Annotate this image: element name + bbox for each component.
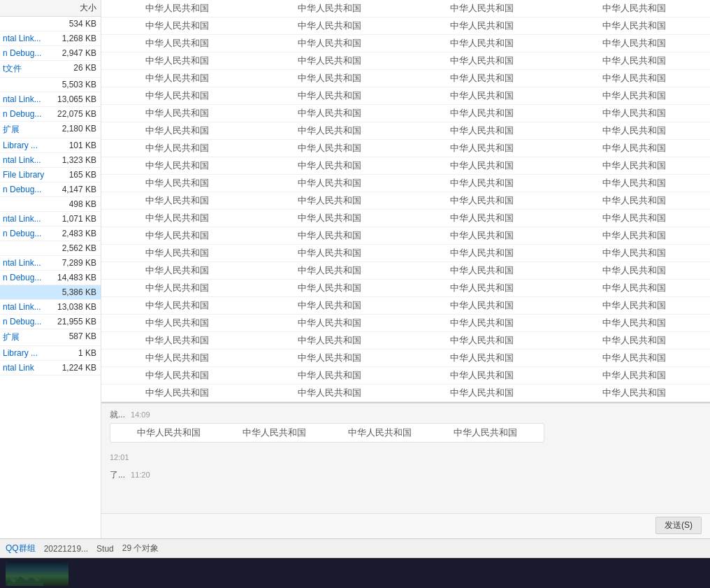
file-name: 扩展 [3, 124, 20, 136]
table-row[interactable]: 中华人民共和国中华人民共和国中华人民共和国中华人民共和国 [101, 17, 710, 35]
file-name: ntal Link... [3, 94, 41, 104]
file-size: 2,180 KB [62, 124, 96, 136]
file-size: 4,147 KB [62, 185, 96, 194]
table-row[interactable]: 中华人民共和国中华人民共和国中华人民共和国中华人民共和国 [101, 227, 710, 245]
file-size: 13,065 KB [57, 94, 96, 104]
table-rows-container: 中华人民共和国中华人民共和国中华人民共和国中华人民共和国中华人民共和国中华人民共… [101, 0, 710, 402]
table-cell: 中华人民共和国 [406, 105, 558, 122]
file-row[interactable]: 扩展2,180 KB [0, 122, 101, 138]
table-area[interactable]: 中华人民共和国中华人民共和国中华人民共和国中华人民共和国中华人民共和国中华人民共… [101, 0, 710, 402]
file-row[interactable]: ntal Link...1,268 KB [0, 31, 101, 46]
table-row[interactable]: 中华人民共和国中华人民共和国中华人民共和国中华人民共和国 [101, 297, 710, 315]
file-row[interactable]: 498 KB [0, 197, 101, 212]
table-row[interactable]: 中华人民共和国中华人民共和国中华人民共和国中华人民共和国 [101, 122, 710, 140]
file-row[interactable]: n Debug...2,947 KB [0, 46, 101, 61]
table-cell: 中华人民共和国 [101, 280, 254, 296]
table-cell: 中华人民共和国 [406, 87, 558, 104]
table-row[interactable]: 中华人民共和国中华人民共和国中华人民共和国中华人民共和国 [101, 35, 710, 52]
table-cell: 中华人民共和国 [254, 245, 406, 261]
table-cell: 中华人民共和国 [101, 52, 254, 69]
file-row[interactable]: n Debug...2,483 KB [0, 227, 101, 241]
file-size: 22,075 KB [57, 109, 96, 119]
table-row[interactable]: 中华人民共和国中华人民共和国中华人民共和国中华人民共和国 [101, 280, 710, 297]
table-row[interactable]: 中华人民共和国中华人民共和国中华人民共和国中华人民共和国 [101, 70, 710, 87]
file-row[interactable]: 5,503 KB [0, 78, 101, 92]
table-cell: 中华人民共和国 [406, 245, 558, 261]
file-row[interactable]: t文件26 KB [0, 61, 101, 78]
table-row[interactable]: 中华人民共和国中华人民共和国中华人民共和国中华人民共和国 [101, 367, 710, 385]
file-row[interactable]: n Debug...22,075 KB [0, 107, 101, 122]
table-row[interactable]: 中华人民共和国中华人民共和国中华人民共和国中华人民共和国 [101, 192, 710, 210]
file-size: 587 KB [69, 331, 96, 343]
table-cell: 中华人民共和国 [558, 385, 710, 401]
table-row[interactable]: 中华人民共和国中华人民共和国中华人民共和国中华人民共和国 [101, 87, 710, 105]
file-size: 26 KB [73, 63, 96, 75]
table-cell: 中华人民共和国 [406, 52, 558, 69]
file-size: 1,224 KB [62, 363, 96, 373]
status-bar: QQ群组 20221219... Stud 29 个对象 [0, 538, 710, 558]
file-row[interactable]: 5,386 KB [0, 285, 101, 300]
file-row[interactable]: ntal Link1,224 KB [0, 361, 101, 375]
table-cell: 中华人民共和国 [558, 227, 710, 244]
table-row[interactable]: 中华人民共和国中华人民共和国中华人民共和国中华人民共和国 [101, 262, 710, 280]
table-cell: 中华人民共和国 [101, 315, 254, 331]
table-row[interactable]: 中华人民共和国中华人民共和国中华人民共和国中华人民共和国 [101, 105, 710, 122]
file-row[interactable]: ntal Link...13,065 KB [0, 92, 101, 107]
taskbar [0, 558, 710, 588]
file-row[interactable]: n Debug...21,955 KB [0, 315, 101, 329]
file-row[interactable]: 534 KB [0, 17, 101, 31]
table-row[interactable]: 中华人民共和国中华人民共和国中华人民共和国中华人民共和国 [101, 350, 710, 367]
table-cell: 中华人民共和国 [254, 35, 406, 52]
table-row[interactable]: 中华人民共和国中华人民共和国中华人民共和国中华人民共和国 [101, 175, 710, 192]
file-row[interactable]: File Library165 KB [0, 168, 101, 182]
table-cell: 中华人民共和国 [254, 280, 406, 296]
msg-cell-1-2: 中华人民共和国 [222, 426, 327, 439]
file-row[interactable]: ntal Link...1,071 KB [0, 212, 101, 227]
file-row[interactable]: ntal Link...7,289 KB [0, 256, 101, 271]
chat-area: 就... 14:09 中华人民共和国 中华人民共和国 中华人民共和国 中华人民共… [101, 402, 710, 538]
file-row[interactable]: n Debug...14,483 KB [0, 271, 101, 285]
send-button[interactable]: 发送(S) [655, 517, 702, 534]
table-cell: 中华人民共和国 [254, 175, 406, 192]
table-row[interactable]: 中华人民共和国中华人民共和国中华人民共和国中华人民共和国 [101, 0, 710, 17]
table-row[interactable]: 中华人民共和国中华人民共和国中华人民共和国中华人民共和国 [101, 140, 710, 157]
table-row[interactable]: 中华人民共和国中华人民共和国中华人民共和国中华人民共和国 [101, 332, 710, 350]
table-cell: 中华人民共和国 [101, 245, 254, 261]
file-row[interactable]: Library ...1 KB [0, 346, 101, 361]
table-cell: 中华人民共和国 [101, 122, 254, 139]
table-cell: 中华人民共和国 [558, 350, 710, 366]
table-row[interactable]: 中华人民共和国中华人民共和国中华人民共和国中华人民共和国 [101, 210, 710, 227]
table-cell: 中华人民共和国 [558, 70, 710, 87]
table-cell: 中华人民共和国 [101, 35, 254, 52]
table-cell: 中华人民共和国 [254, 52, 406, 69]
file-row[interactable]: ntal Link...13,038 KB [0, 300, 101, 315]
taskbar-thumbnail[interactable] [6, 561, 68, 586]
file-row[interactable]: 2,562 KB [0, 241, 101, 256]
file-name: n Debug... [3, 48, 41, 58]
qq-group-label[interactable]: QQ群组 [6, 543, 36, 554]
file-name: n Debug... [3, 185, 41, 194]
table-cell: 中华人民共和国 [558, 297, 710, 314]
table-cell: 中华人民共和国 [101, 105, 254, 122]
table-row[interactable]: 中华人民共和国中华人民共和国中华人民共和国中华人民共和国 [101, 52, 710, 70]
file-size: 14,483 KB [57, 273, 96, 282]
file-name: File Library [3, 170, 44, 180]
file-row[interactable]: n Debug...4,147 KB [0, 182, 101, 197]
chat-message-1: 就... 14:09 中华人民共和国 中华人民共和国 中华人民共和国 中华人民共… [110, 409, 702, 443]
time-1: 14:09 [131, 410, 150, 419]
file-size: 1,268 KB [62, 34, 96, 43]
table-cell: 中华人民共和国 [558, 210, 710, 227]
file-row[interactable]: ntal Link...1,323 KB [0, 153, 101, 168]
file-row[interactable]: 扩展587 KB [0, 329, 101, 346]
table-cell: 中华人民共和国 [558, 52, 710, 69]
file-row[interactable]: Library ...101 KB [0, 138, 101, 153]
table-row[interactable]: 中华人民共和国中华人民共和国中华人民共和国中华人民共和国 [101, 385, 710, 402]
file-name: ntal Link... [3, 34, 41, 43]
table-cell: 中华人民共和国 [101, 297, 254, 314]
table-row[interactable]: 中华人民共和国中华人民共和国中华人民共和国中华人民共和国 [101, 245, 710, 262]
file-name: ntal Link... [3, 214, 41, 224]
file-name: n Debug... [3, 317, 41, 327]
table-row[interactable]: 中华人民共和国中华人民共和国中华人民共和国中华人民共和国 [101, 315, 710, 332]
size-column-header: 大小 [0, 0, 101, 17]
table-row[interactable]: 中华人民共和国中华人民共和国中华人民共和国中华人民共和国 [101, 157, 710, 175]
